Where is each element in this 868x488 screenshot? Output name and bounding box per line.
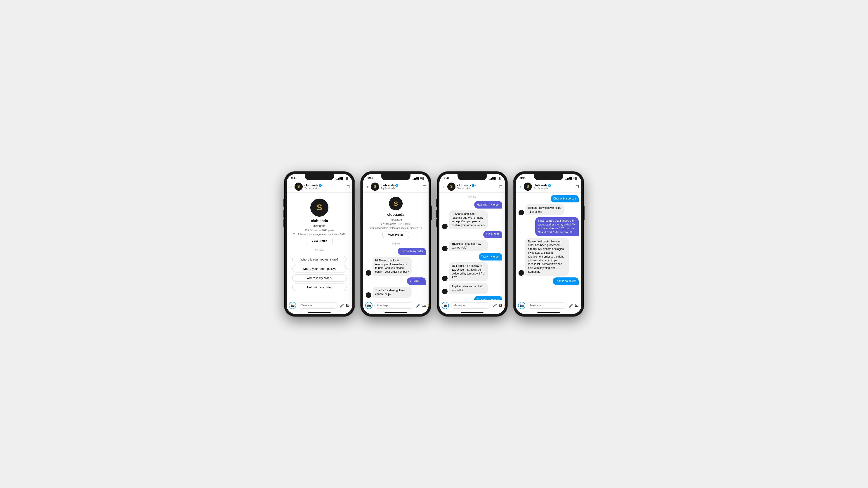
p4-msg-3: I just realized that I added the wrong a…	[519, 217, 579, 236]
camera-button[interactable]: 📷	[518, 302, 525, 309]
back-button[interactable]: ‹	[442, 184, 445, 189]
phone-2-notch	[381, 174, 410, 180]
video-call-button[interactable]: □	[500, 184, 502, 189]
bubble: Help with my order	[474, 201, 502, 208]
phone-4-frame: 9:41 ▂▄▆█ ∷ ▓ ‹ S	[514, 172, 584, 316]
message-input[interactable]	[374, 302, 414, 308]
bubble: Hi Shane thanks for reaching out! We're …	[449, 210, 488, 229]
header-name: club:soda ✓ ›	[381, 184, 421, 187]
bubble: Track my order	[479, 253, 502, 260]
message-input[interactable]	[451, 302, 491, 308]
sticker-icon[interactable]: 😊	[504, 303, 505, 308]
p3-msg-3: #12345678	[442, 231, 502, 238]
bubble: Hi there! How can we help? - Samantha	[525, 204, 564, 216]
back-button[interactable]: ‹	[366, 184, 369, 189]
video-call-button[interactable]: □	[347, 184, 349, 189]
p3-msg-7: Anything else we can help you with?	[442, 283, 502, 294]
header-subtitle: Tap for details	[534, 187, 574, 190]
message-input[interactable]	[527, 302, 567, 308]
camera-button[interactable]: 📷	[365, 302, 373, 309]
back-button[interactable]: ‹	[519, 184, 522, 189]
msg-sent-2: #12345678	[366, 278, 426, 285]
header-avatar: S	[371, 183, 379, 191]
phone-3-frame: 9:41 ▂▄▆█ ∷ ▓ ‹ S	[437, 172, 507, 316]
view-profile-button[interactable]: View Profile	[306, 238, 333, 244]
quick-reply-help[interactable]: Help with my order	[292, 284, 346, 291]
phone-4-time: 9:41	[520, 176, 526, 180]
chevron-icon: ›	[399, 184, 399, 187]
header-avatar: S	[294, 183, 303, 191]
mic-icon[interactable]: 🎤	[569, 303, 573, 308]
gallery-icon[interactable]: 🖼	[422, 303, 426, 308]
message-input[interactable]	[298, 302, 338, 308]
svg-text:S: S	[374, 184, 376, 188]
phone-1-frame: 9:41 ▂▄▆█ ∷ ▓ ‹ S	[284, 172, 354, 316]
svg-point-18	[519, 210, 524, 215]
phone-1-input-area: 📷 🎤 🖼 😊	[287, 300, 352, 311]
gallery-icon[interactable]: 🖼	[346, 303, 349, 308]
back-button[interactable]: ‹	[289, 184, 293, 189]
p3-msg-6: Your order it on its way to 120 Unicorn …	[442, 262, 502, 281]
header-name: club:soda ✓ ›	[534, 184, 574, 187]
quick-reply-return[interactable]: What's your return policy?	[292, 265, 346, 272]
msg-avatar	[442, 246, 447, 251]
phone-3-chat-area: 9:41 AM Help with my order Hi Shane than…	[439, 193, 505, 300]
svg-point-8	[366, 270, 371, 275]
verified-badge: ✓	[472, 184, 474, 187]
p3-msg-8: Chat with a person	[442, 296, 502, 300]
phones-container: 9:41 ▂▄▆█ ∷ ▓ ‹ S	[284, 172, 584, 316]
mic-icon[interactable]: 🎤	[340, 303, 344, 308]
svg-text:S: S	[297, 184, 300, 188]
bubble-sent: Help with my order	[398, 248, 426, 255]
phone-2: 9:41 ▂▄▆█ ∷ ▓ ‹ S	[361, 172, 431, 316]
header-name: club:soda ✓ ›	[305, 184, 345, 187]
profile-avatar-large-2: S	[389, 197, 403, 210]
p4-msg-5: Thanks so much!	[519, 278, 579, 285]
phone-4-screen: 9:41 ▂▄▆█ ∷ ▓ ‹ S	[516, 174, 581, 314]
header-name: club:soda ✓ ›	[457, 184, 498, 187]
verified-badge: ✓	[319, 184, 322, 187]
mic-icon[interactable]: 🎤	[492, 303, 497, 308]
chevron-icon: ›	[322, 184, 323, 187]
sticker-icon[interactable]: 😊	[428, 303, 429, 308]
camera-button[interactable]: 📷	[289, 302, 296, 309]
p3-msg-4: Thanks for sharing! How can we help?	[442, 240, 502, 252]
quick-reply-order[interactable]: Where is my order?	[292, 274, 346, 282]
battery-icon: ▓	[423, 177, 424, 180]
video-call-button[interactable]: □	[576, 184, 579, 189]
phone-1-header: ‹ S club:soda ✓ › Tap for detail	[287, 181, 352, 193]
phone-4-chat-area: Chat with a person Hi there! How can we …	[516, 193, 581, 300]
svg-text:S: S	[317, 203, 322, 212]
wifi-icon: ∷	[573, 177, 575, 180]
msg-avatar-2	[366, 292, 371, 298]
quick-reply-store[interactable]: Where is your nearest store?	[292, 256, 346, 263]
sticker-icon[interactable]: 😊	[351, 303, 352, 308]
chevron-icon: ›	[552, 184, 552, 187]
msg-avatar	[519, 270, 524, 275]
phone-4-input-area: 📷 🎤 🖼 😊	[516, 300, 581, 311]
phone-2-header: ‹ S club:soda ✓ › Tap for detail	[363, 181, 429, 193]
view-profile-button-2[interactable]: View Profile	[382, 232, 409, 238]
camera-button[interactable]: 📷	[442, 302, 449, 309]
phone-1-notch	[305, 174, 334, 180]
mic-icon[interactable]: 🎤	[416, 303, 421, 308]
bubble: Anything else we can help you with?	[449, 283, 488, 294]
input-icons: 🎤 🖼 😊	[569, 303, 581, 308]
video-call-button[interactable]: □	[423, 184, 426, 189]
gallery-icon[interactable]: 🖼	[499, 303, 502, 308]
quick-replies-phone1: Where is your nearest store? What's your…	[289, 254, 349, 293]
p4-msg-4: No worries! Looks like your order has be…	[519, 238, 579, 275]
phone-3-status-icons: ▂▄▆█ ∷ ▓	[489, 177, 500, 180]
battery-icon: ▓	[575, 177, 577, 180]
phone-3-notch	[458, 174, 487, 180]
gallery-icon[interactable]: 🖼	[575, 303, 579, 308]
timestamp-1: 9:41 AM	[289, 249, 349, 251]
header-subtitle: Tap for details	[457, 187, 498, 190]
svg-point-9	[366, 292, 371, 298]
header-info: club:soda ✓ › Tap for details	[305, 184, 345, 190]
home-indicator	[384, 312, 407, 313]
bubble: Thanks so much!	[553, 278, 579, 285]
svg-point-15	[442, 289, 447, 294]
profile-name: club:soda	[311, 219, 328, 223]
sticker-icon[interactable]: 😊	[581, 303, 581, 308]
